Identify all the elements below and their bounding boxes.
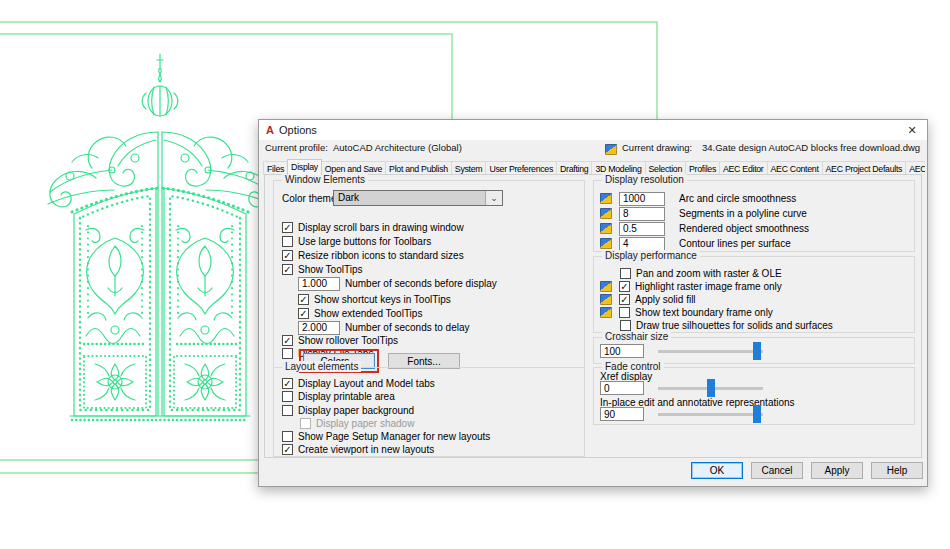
true-silhouettes-checkbox[interactable] [620, 320, 631, 331]
slider-track[interactable] [658, 350, 763, 353]
color-theme-select[interactable]: Dark ⌄ [333, 190, 503, 206]
printable-area-row: Display printable area [282, 390, 395, 403]
arc-smoothness-label: Arc and circle smoothness [679, 193, 796, 204]
pan-zoom-raster-checkbox[interactable] [620, 268, 631, 279]
rollover-tooltips-row: ✓ Show rollover ToolTips [282, 334, 398, 347]
fade-control-group: Fade control Xref display In-place edit … [593, 367, 915, 425]
slider-track[interactable] [658, 413, 763, 416]
rendered-smoothness-row: Rendered object smoothness [600, 221, 809, 236]
tab-plot-and-publish[interactable]: Plot and Publish [385, 161, 452, 175]
shortcut-keys-checkbox[interactable]: ✓ [298, 294, 309, 305]
inplace-edit-slider[interactable] [658, 405, 763, 423]
rendered-smoothness-label: Rendered object smoothness [679, 223, 809, 234]
display-performance-group: Display performance Pan and zoom with ra… [593, 256, 915, 333]
printable-area-label: Display printable area [298, 391, 395, 402]
xref-display-slider[interactable] [658, 379, 763, 397]
tooltip-delay-row: Number of seconds to delay [298, 320, 470, 335]
scrollbars-label: Display scroll bars in drawing window [298, 222, 464, 233]
tab-files[interactable]: Files [263, 161, 288, 175]
show-tooltips-label: Show ToolTips [298, 264, 362, 275]
layout-model-tabs-row: ✓ Display Layout and Model tabs [282, 377, 435, 390]
profile-header: Current profile: AutoCAD Architecture (G… [259, 142, 927, 158]
polyline-segments-label: Segments in a polyline curve [679, 208, 807, 219]
apply-button[interactable]: Apply [811, 462, 863, 479]
xref-display-input[interactable] [600, 381, 644, 395]
tab-open-and-save[interactable]: Open and Save [321, 161, 386, 175]
paper-background-row: Display paper background [282, 404, 414, 417]
create-viewport-checkbox[interactable]: ✓ [282, 444, 293, 455]
seconds-before-display-input[interactable] [298, 277, 340, 291]
tab-profiles[interactable]: Profiles [685, 161, 720, 175]
pan-zoom-raster-row: Pan and zoom with raster & OLE [620, 267, 782, 280]
tab-3d-modeling[interactable]: 3D Modeling [591, 161, 645, 175]
text-boundary-checkbox[interactable] [619, 307, 630, 318]
autocad-logo-icon: A [266, 124, 274, 136]
contour-lines-input[interactable] [619, 237, 665, 251]
rollover-tooltips-checkbox[interactable]: ✓ [282, 335, 293, 346]
rendered-smoothness-input[interactable] [619, 222, 665, 236]
slider-thumb[interactable] [753, 342, 761, 360]
display-tab-page: Window Elements Color theme: Dark ⌄ ✓ Di… [264, 174, 922, 458]
current-drawing-value: 34.Gate design AutoCAD blocks free downl… [702, 142, 920, 153]
tooltip-delay-before-row: Number of seconds before display [298, 276, 497, 291]
extended-tooltips-label: Show extended ToolTips [314, 308, 422, 319]
current-drawing-label: Current drawing: [622, 142, 692, 153]
scrollbars-checkbox[interactable]: ✓ [282, 222, 293, 233]
seconds-before-display-label: Number of seconds before display [345, 278, 497, 289]
drawing-file-icon [600, 208, 612, 219]
highlight-raster-row: ✓ Highlight raster image frame only [600, 280, 782, 293]
text-boundary-label: Show text boundary frame only [635, 307, 773, 318]
tab-system[interactable]: System [451, 161, 487, 175]
crosshair-size-input[interactable] [600, 344, 644, 358]
resize-ribbon-checkbox[interactable]: ✓ [282, 250, 293, 261]
inplace-edit-input[interactable] [600, 407, 644, 421]
layout-model-tabs-checkbox[interactable]: ✓ [282, 378, 293, 389]
crosshair-size-title: Crosshair size [602, 331, 671, 342]
tab-aec-project-defaults[interactable]: AEC Project Defaults [822, 161, 907, 175]
show-tooltips-row: ✓ Show ToolTips [282, 263, 362, 276]
current-profile-label: Current profile: [265, 142, 328, 153]
tab-aec-content[interactable]: AEC Content [767, 161, 823, 175]
solid-fill-checkbox[interactable]: ✓ [619, 294, 630, 305]
polyline-segments-input[interactable] [619, 207, 665, 221]
gate-geometry [48, 54, 272, 420]
page-setup-manager-row: Show Page Setup Manager for new layouts [282, 430, 490, 443]
paper-background-checkbox[interactable] [282, 405, 293, 416]
extended-tooltips-checkbox[interactable]: ✓ [298, 308, 309, 319]
page-setup-manager-label: Show Page Setup Manager for new layouts [298, 431, 490, 442]
close-icon[interactable]: ✕ [897, 120, 927, 140]
page-setup-manager-checkbox[interactable] [282, 431, 293, 442]
tab-user-preferences[interactable]: User Preferences [485, 161, 557, 175]
cancel-button[interactable]: Cancel [751, 462, 803, 479]
large-buttons-label: Use large buttons for Toolbars [298, 236, 431, 247]
color-theme-label: Color theme: [282, 193, 339, 204]
tab-drafting[interactable]: Drafting [556, 161, 592, 175]
tab-display[interactable]: Display [287, 159, 322, 175]
resize-ribbon-row: ✓ Resize ribbon icons to standard sizes [282, 249, 464, 262]
arc-smoothness-input[interactable] [619, 192, 665, 206]
chevron-down-icon[interactable]: ⌄ [485, 191, 502, 205]
slider-thumb[interactable] [753, 405, 761, 423]
printable-area-checkbox[interactable] [282, 391, 293, 402]
tab-aec-editor[interactable]: AEC Editor [719, 161, 768, 175]
pan-zoom-raster-label: Pan and zoom with raster & OLE [636, 268, 782, 279]
highlight-raster-checkbox[interactable]: ✓ [619, 281, 630, 292]
display-resolution-title: Display resolution [602, 174, 687, 185]
large-buttons-checkbox[interactable] [282, 236, 293, 247]
show-tooltips-checkbox[interactable]: ✓ [282, 264, 293, 275]
help-button[interactable]: Help [871, 462, 923, 479]
slider-thumb[interactable] [707, 379, 715, 397]
seconds-to-delay-input[interactable] [298, 321, 340, 335]
create-viewport-row: ✓ Create viewport in new layouts [282, 443, 434, 456]
contour-lines-row: Contour lines per surface [600, 236, 791, 251]
ok-button[interactable]: OK [691, 462, 743, 479]
tab-aec-object-settings[interactable]: AEC Object Settings [905, 161, 925, 175]
crosshair-size-slider[interactable] [658, 342, 763, 360]
tab-selection[interactable]: Selection [645, 161, 687, 175]
solid-fill-row: ✓ Apply solid fill [600, 293, 696, 306]
crosshair-size-group: Crosshair size [593, 337, 915, 364]
extended-tooltips-row: ✓ Show extended ToolTips [298, 307, 422, 320]
large-buttons-row: Use large buttons for Toolbars [282, 235, 431, 248]
contour-lines-label: Contour lines per surface [679, 238, 791, 249]
file-tabs-checkbox[interactable] [282, 348, 293, 359]
